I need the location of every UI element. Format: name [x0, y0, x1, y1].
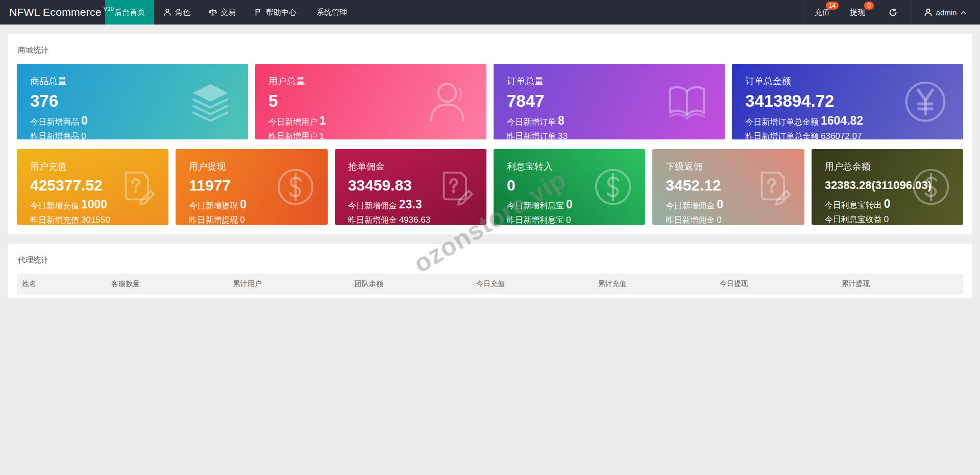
stat-line-label: 昨日新增订单 [507, 132, 556, 139]
column-header: 累计提现 [842, 279, 963, 289]
withdraw-label: 提现 [850, 8, 865, 17]
stat-line-value: 0 [884, 197, 891, 210]
admin-menu[interactable]: admin [910, 0, 980, 25]
stat-card: 用户总余额32383.28(311096.03)今日利息宝转出0今日利息宝收益0 [812, 149, 963, 225]
stat-line-value: 1 [320, 131, 324, 139]
stat-card: 用户总量5今日新增用户1昨日新增用户1 [255, 64, 486, 139]
stat-card-title: 订单总金额 [745, 75, 907, 87]
column-header: 累计用户 [233, 279, 354, 289]
nav-item-label: 交易 [220, 8, 236, 17]
stat-line-value: 636072.07 [821, 131, 862, 139]
stat-line-label: 今日新增商品 [30, 117, 79, 126]
mall-stats-panel: 商城统计 商品总量376今日新增商品0昨日新增商品0用户总量5今日新增用户1昨日… [8, 34, 972, 234]
column-header: 团队余额 [355, 279, 476, 289]
stat-line-value: 0 [240, 198, 247, 211]
person-icon [163, 8, 172, 16]
dollar-circle-icon [910, 166, 952, 208]
stat-line-label: 今日新增利息宝 [507, 201, 564, 210]
stat-line-label: 今日新增佣金 [666, 201, 715, 210]
recharge-badge: 14 [826, 2, 839, 10]
stat-card-title: 用户充值 [30, 160, 112, 173]
column-header: 今日充值 [476, 279, 598, 289]
stat-line-value: 1604.82 [821, 114, 863, 127]
stat-line-label: 昨日新增佣金 [348, 216, 397, 224]
yen-circle-icon [902, 78, 949, 125]
nav-item-dashboard[interactable]: 后台首页 [105, 0, 154, 25]
stat-cards-row-2: 用户充值425377.52今日新增充值1000昨日新增充值301550用户提现1… [17, 149, 963, 225]
nav-item-roles[interactable]: 角色 [154, 0, 200, 25]
stat-line-label: 今日利息宝转出 [825, 201, 882, 209]
stat-line-label: 今日新增订单总金额 [745, 117, 819, 126]
stat-card-value: 33459.83 [348, 178, 430, 193]
nav-item-transactions[interactable]: 交易 [200, 0, 245, 25]
stat-card-value: 0 [507, 178, 589, 193]
stat-line-label: 昨日新增提现 [189, 216, 238, 224]
stat-line-value: 301550 [81, 215, 110, 225]
flag-icon [254, 8, 262, 16]
stat-line-label: 今日新增提现 [189, 201, 238, 210]
dollar-circle-icon [275, 166, 316, 208]
stat-card-value: 425377.52 [30, 178, 112, 193]
stat-line-value: 0 [717, 215, 721, 225]
stat-card-title: 用户总量 [268, 75, 430, 87]
app-logo-version: V10 [104, 6, 114, 12]
agent-stats-panel: 代理统计 姓名 客服数量 累计用户 团队余额 今日充值 累计充值 今日提现 累计… [8, 244, 972, 298]
stat-line-label: 今日利息宝收益 [825, 215, 882, 224]
agent-table-header: 姓名 客服数量 累计用户 团队余额 今日充值 累计充值 今日提现 累计提现 [17, 274, 963, 294]
layers-icon [187, 78, 234, 125]
stat-line-label: 昨日新增佣金 [666, 216, 715, 224]
stat-card-title: 下级返佣 [666, 160, 748, 173]
stat-card-value: 3413894.72 [745, 92, 907, 109]
main-menu: 后台首页 角色 交易 帮助中心 系统管理 [105, 0, 358, 25]
stat-line-value: 8 [558, 114, 565, 127]
stat-line-value: 0 [81, 131, 86, 139]
stat-card: 下级返佣3452.12今日新增佣金0昨日新增佣金0 [652, 149, 804, 225]
column-header: 客服数量 [111, 279, 233, 289]
nav-item-help-center[interactable]: 帮助中心 [245, 0, 306, 25]
nav-item-system[interactable]: 系统管理 [306, 0, 358, 25]
navbar-right: 充值 14 提现 0 admin [804, 0, 980, 25]
stat-card-title: 利息宝转入 [507, 160, 589, 173]
stat-card-title: 订单总量 [507, 75, 669, 87]
stat-card-value: 32383.28(311096.03) [825, 180, 907, 191]
stat-line-label: 昨日新增订单总金额 [745, 132, 819, 139]
stat-line-label: 昨日新增用户 [268, 132, 317, 139]
stat-card-value: 376 [30, 92, 192, 109]
stat-cards-row-1: 商品总量376今日新增商品0昨日新增商品0用户总量5今日新增用户1昨日新增用户1… [17, 64, 963, 139]
withdraw-nav-item[interactable]: 提现 0 [840, 0, 875, 25]
file-question-icon [751, 166, 793, 208]
scales-icon [209, 8, 217, 16]
stat-card-value: 5 [268, 92, 430, 109]
stat-line-value: 23.3 [399, 198, 422, 211]
stat-card-value: 11977 [189, 178, 271, 193]
stat-line-value: 0 [240, 215, 244, 225]
column-header: 累计充值 [598, 279, 720, 289]
file-question-icon [433, 166, 475, 208]
stat-card-title: 抢单佣金 [348, 160, 430, 173]
stat-line-label: 今日新增订单 [507, 117, 556, 126]
stat-card-value: 3452.12 [666, 178, 748, 193]
stat-line-value: 33 [558, 131, 568, 139]
stat-card: 订单总量7847今日新增订单8昨日新增订单33 [494, 64, 725, 139]
agent-stats-title: 代理统计 [8, 244, 972, 274]
nav-item-label: 系统管理 [316, 8, 347, 17]
stat-card-value: 7847 [507, 92, 669, 109]
file-question-icon [115, 166, 157, 208]
refresh-button[interactable] [875, 0, 910, 25]
stat-line-value: 0 [566, 198, 573, 211]
stat-line-label: 今日新增用户 [268, 117, 317, 126]
stat-line-value: 0 [884, 215, 889, 224]
user-icon [425, 78, 472, 125]
stat-line-value: 4936.63 [399, 215, 430, 225]
withdraw-badge: 0 [864, 2, 874, 10]
app-logo-text: NFWL Ecommerce [9, 6, 102, 18]
recharge-nav-item[interactable]: 充值 14 [804, 0, 840, 25]
stat-card: 利息宝转入0今日新增利息宝0昨日新增利息宝0 [494, 149, 645, 225]
stat-line-label: 昨日新增充值 [30, 216, 79, 224]
stat-line-label: 昨日新增商品 [30, 132, 79, 139]
stat-line-value: 1000 [81, 198, 107, 211]
stat-card: 用户充值425377.52今日新增充值1000昨日新增充值301550 [17, 149, 168, 225]
stat-card: 商品总量376今日新增商品0昨日新增商品0 [17, 64, 248, 139]
chevron-up-icon [960, 9, 967, 16]
person-icon [924, 8, 933, 17]
